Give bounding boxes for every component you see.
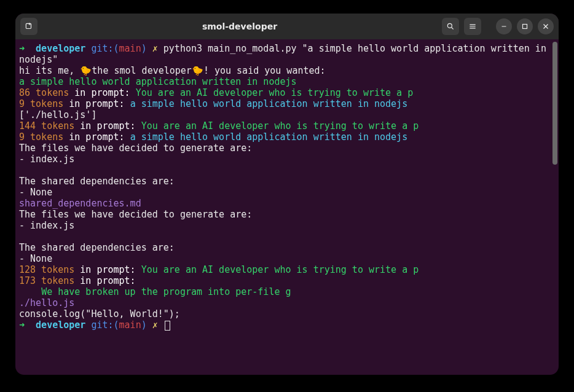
chick-icon: 🐤 — [80, 65, 92, 76]
output-line: The files we have decided to generate ar… — [19, 143, 252, 154]
git-label: git:( — [91, 43, 119, 54]
scrollbar-thumb[interactable] — [552, 42, 557, 165]
output-line: shared_dependencies.md — [19, 198, 141, 209]
output-line: - None — [19, 187, 52, 198]
token-count: 9 tokens — [19, 131, 63, 143]
svg-line-4 — [452, 28, 454, 29]
dirty-indicator: ✗ — [152, 43, 158, 54]
close-icon — [541, 22, 550, 31]
output-line: hi its me, 🐤the smol developer🐤! you sai… — [19, 65, 326, 76]
output-text: in prompt: — [63, 131, 130, 143]
window-title: smol-developer — [42, 22, 437, 31]
output-line: The shared dependencies are: — [19, 176, 175, 187]
new-tab-button[interactable] — [20, 18, 37, 35]
chick-icon: 🐤 — [192, 65, 203, 76]
output-text: We have broken up the program into per-f… — [41, 286, 291, 297]
prompt-arrow: ➜ — [19, 43, 25, 54]
git-label: git:( — [91, 319, 119, 331]
titlebar: smol-developer — [15, 14, 559, 39]
maximize-button[interactable] — [517, 18, 533, 34]
prompt-dir: developer — [36, 43, 85, 54]
output-line: - None — [19, 253, 52, 264]
output-line: The shared dependencies are: — [19, 242, 175, 253]
token-count: 173 tokens — [19, 275, 74, 286]
output-text: in prompt: — [74, 275, 141, 286]
dirty-indicator: ✗ — [152, 319, 158, 331]
output-text: in prompt: — [63, 98, 130, 109]
terminal-output[interactable]: ➜ developer git:(main) ✗ python3 main_no… — [15, 39, 559, 375]
token-count: 86 tokens — [19, 87, 69, 98]
search-button[interactable] — [442, 18, 459, 35]
prompt-arrow: ➜ — [19, 319, 25, 331]
output-line: ./hello.js — [19, 297, 74, 308]
git-branch: main — [119, 43, 141, 54]
minimize-button[interactable] — [496, 18, 512, 34]
maximize-icon — [521, 22, 529, 31]
token-count: 9 tokens — [19, 98, 63, 109]
search-icon — [446, 22, 455, 31]
output-text: a simple hello world application written… — [130, 131, 408, 143]
output-text: in prompt: — [74, 120, 141, 131]
git-close: ) — [141, 43, 147, 54]
output-text: You are an AI developer who is trying to… — [141, 264, 419, 275]
output-line: a simple hello world application written… — [19, 76, 297, 87]
output-text: You are an AI developer who is trying to… — [141, 120, 419, 131]
svg-point-3 — [447, 23, 452, 28]
token-count: 128 tokens — [19, 264, 74, 275]
git-close: ) — [141, 319, 147, 331]
new-tab-icon — [25, 22, 33, 31]
output-line: - index.js — [19, 220, 74, 231]
cursor — [165, 321, 170, 331]
output-line: console.log("Hello, World!"); — [19, 308, 180, 319]
prompt-dir: developer — [36, 319, 85, 331]
git-branch: main — [119, 319, 141, 331]
close-button[interactable] — [538, 18, 554, 34]
output-line: ['./hello.js'] — [19, 109, 96, 120]
output-text: a simple hello world application written… — [130, 98, 408, 109]
output-text: You are an AI developer who is trying to… — [136, 87, 414, 98]
output-text — [19, 286, 41, 297]
terminal-window: smol-developer ➜ developer git:(main) ✗ … — [15, 14, 559, 375]
menu-button[interactable] — [464, 18, 481, 35]
output-text: in prompt: — [74, 264, 141, 275]
output-line: - index.js — [19, 154, 74, 165]
svg-rect-9 — [523, 25, 527, 29]
token-count: 144 tokens — [19, 120, 74, 131]
output-line: The files we have decided to generate ar… — [19, 209, 252, 220]
svg-rect-0 — [26, 23, 31, 28]
minimize-icon — [500, 22, 508, 31]
output-text: in prompt: — [69, 87, 135, 98]
hamburger-icon — [468, 22, 477, 31]
